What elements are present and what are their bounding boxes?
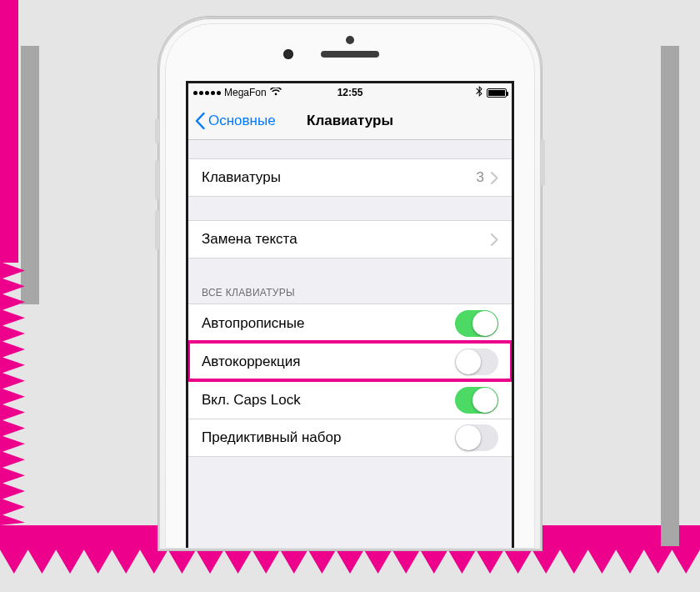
- row-label: Замена текста: [202, 231, 491, 248]
- carrier-label: MegaFon: [224, 87, 267, 98]
- pink-stamp-left-teeth: [0, 263, 25, 525]
- toggle-caps-lock[interactable]: [455, 387, 498, 414]
- row-label: Клавиатуры: [202, 169, 477, 186]
- chevron-right-icon: [491, 233, 498, 246]
- group-keyboards: Клавиатуры 3: [188, 158, 512, 197]
- section-header: ВСЕ КЛАВИАТУРЫ: [188, 282, 512, 304]
- toggle-auto-correction[interactable]: [455, 349, 498, 375]
- row-label: Предиктивный набор: [202, 429, 455, 446]
- volume-down-button: [155, 210, 159, 250]
- mute-switch: [155, 118, 159, 143]
- front-camera: [283, 49, 293, 59]
- status-bar: MegaFon 12:55: [188, 83, 512, 102]
- nav-title: Клавиатуры: [307, 113, 393, 129]
- iphone-bezel: MegaFon 12:55 Основные: [165, 23, 535, 549]
- signal-dots-icon: [193, 91, 221, 95]
- chevron-left-icon: [195, 113, 205, 129]
- nav-bar: Основные Клавиатуры: [188, 102, 512, 140]
- row-keyboards[interactable]: Клавиатуры 3: [188, 158, 512, 197]
- toggle-predictive[interactable]: [455, 424, 498, 451]
- frame-bar-right: [661, 46, 679, 546]
- row-enable-caps-lock[interactable]: Вкл. Caps Lock: [188, 380, 512, 419]
- battery-icon: [487, 88, 507, 98]
- group-text-replace: Замена текста: [188, 220, 512, 258]
- toggle-auto-capitalization[interactable]: [455, 310, 498, 337]
- bluetooth-icon: [476, 86, 482, 99]
- frame-bar-left: [21, 46, 39, 304]
- row-label: Автопрописные: [202, 315, 455, 332]
- back-button[interactable]: Основные: [195, 113, 276, 129]
- pink-stamp-left: [0, 0, 18, 263]
- row-label: Вкл. Caps Lock: [202, 392, 455, 409]
- row-text-replacement[interactable]: Замена текста: [188, 220, 512, 258]
- clock-label: 12:55: [338, 87, 363, 98]
- volume-up-button: [155, 160, 159, 200]
- wifi-icon: [270, 87, 282, 98]
- pink-stamp-bottom-teeth: [0, 547, 700, 574]
- earpiece-speaker: [321, 51, 379, 58]
- group-all-keyboards: ВСЕ КЛАВИАТУРЫ Автопрописные Автокоррекц…: [188, 282, 512, 457]
- proximity-sensor: [346, 36, 354, 44]
- row-detail-count: 3: [477, 169, 484, 186]
- power-button: [541, 139, 545, 186]
- row-auto-correction[interactable]: Автокоррекция: [188, 342, 512, 380]
- screen: MegaFon 12:55 Основные: [186, 81, 514, 548]
- iphone-device: MegaFon 12:55 Основные: [158, 17, 542, 550]
- chevron-right-icon: [491, 172, 498, 184]
- row-label: Автокоррекция: [202, 354, 455, 370]
- row-auto-capitalization[interactable]: Автопрописные: [188, 304, 512, 342]
- back-label: Основные: [208, 113, 276, 129]
- row-predictive[interactable]: Предиктивный набор: [188, 419, 512, 457]
